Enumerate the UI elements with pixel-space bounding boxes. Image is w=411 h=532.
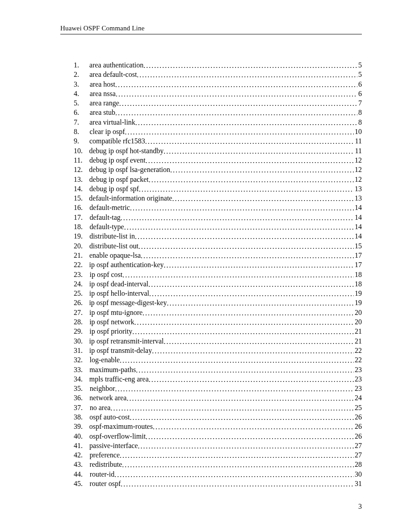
toc-entry-number: 11. (74, 155, 87, 165)
toc-entry-number: 13. (74, 175, 87, 184)
toc-entry-page: 5 (357, 70, 362, 79)
toc-entry-title: ospf-maximum-routes (89, 422, 153, 431)
toc-entry-title: preference (90, 450, 120, 460)
toc-entry: 6.area stub8 (74, 108, 362, 117)
toc-entry-number: 16. (74, 203, 87, 212)
toc-entry-title: area virtual-link (89, 117, 135, 127)
toc-entry: 39.ospf-maximum-routes26 (74, 422, 362, 431)
toc-entry: 45.router ospf31 (74, 479, 362, 488)
toc-entry: 26.ip ospf message-digest-key19 (74, 298, 362, 307)
toc-entry: 17.default-tag14 (74, 213, 362, 222)
toc-entry-title: passive-interface (89, 441, 138, 450)
toc-entry-number: 1. (74, 60, 87, 70)
toc-entry-leader (172, 194, 354, 203)
toc-entry-number: 30. (74, 336, 87, 346)
toc-entry-leader (126, 394, 354, 403)
toc-entry-number: 8. (74, 127, 87, 136)
toc-entry-number: 2. (74, 70, 87, 79)
toc-entry-page: 25 (354, 403, 362, 412)
toc-entry-title: debug ip ospf hot-standby (89, 146, 164, 155)
toc-entry-page: 27 (354, 441, 362, 450)
toc-entry-number: 10. (74, 146, 87, 155)
toc-entry-title: default-metric (89, 203, 130, 212)
toc-entry-leader (116, 89, 357, 99)
toc-entry-leader (164, 337, 354, 346)
toc-entry-page: 30 (354, 469, 362, 479)
toc-entry-page: 21 (354, 336, 362, 346)
toc-entry-title: debug ip ospf packet (89, 175, 149, 184)
toc-entry-title: default-tag (90, 213, 121, 222)
toc-entry-leader (136, 365, 354, 375)
toc-entry: 36.network area24 (74, 393, 362, 402)
toc-entry-title: area default-cost (89, 70, 137, 79)
toc-entry: 3.area host6 (74, 80, 362, 89)
toc-entry: 37.no area25 (74, 403, 362, 412)
toc-entry-number: 4. (74, 89, 87, 98)
toc-entry: 43.redistribute28 (74, 460, 362, 469)
toc-entry-page: 15 (354, 241, 362, 251)
toc-entry-page: 26 (354, 412, 362, 422)
toc-entry-leader (130, 413, 354, 422)
document-page: Huawei OSPF Command Line 1.area authenti… (0, 0, 411, 532)
toc-entry-page: 20 (354, 308, 362, 317)
toc-entry-number: 29. (74, 327, 87, 336)
toc-entry-number: 20. (74, 241, 87, 251)
toc-entry: 21.enable opaque-lsa17 (74, 251, 362, 260)
toc-entry-number: 9. (74, 136, 87, 146)
toc-entry-title: ip ospf transmit-delay (89, 346, 152, 355)
toc-entry-leader (137, 70, 357, 80)
toc-entry-number: 45. (74, 479, 87, 488)
toc-entry: 29.ip ospf priority21 (74, 327, 362, 336)
toc-entry-title: router-id (90, 469, 115, 479)
toc-entry: 14.debug ip ospf spf13 (74, 184, 362, 193)
toc-entry-leader (164, 260, 354, 270)
toc-entry: 33.maximum-paths23 (74, 365, 362, 374)
toc-entry: 4.area nssa6 (74, 89, 362, 98)
toc-entry-leader (114, 470, 354, 479)
toc-entry-page: 23 (354, 374, 362, 384)
toc-entry-title: area nssa (90, 89, 116, 98)
toc-entry-leader (110, 403, 354, 413)
toc-entry-number: 27. (74, 308, 87, 317)
toc-entry-leader (120, 451, 354, 460)
toc-entry-page: 22 (354, 355, 362, 364)
toc-entry: 2.area default-cost5 (74, 70, 362, 79)
toc-entry-title: area host (90, 80, 115, 89)
page-number: 3 (358, 503, 362, 511)
toc-entry-number: 3. (74, 80, 87, 89)
toc-entry: 35.neighbor23 (74, 384, 362, 393)
toc-entry-page: 17 (354, 260, 362, 269)
toc-entry-leader (149, 375, 354, 384)
toc-entry-number: 15. (74, 193, 87, 203)
toc-entry-number: 31. (74, 346, 87, 355)
toc-entry-page: 24 (354, 393, 362, 402)
toc-entry-page: 13 (354, 193, 362, 203)
toc-entry-page: 21 (354, 327, 362, 336)
toc-entry: 13.debug ip ospf packet12 (74, 175, 362, 184)
toc-entry: 18.default-type14 (74, 222, 362, 231)
toc-entry-title: ip ospf priority (89, 327, 132, 336)
toc-entry-leader (130, 203, 354, 213)
toc-entry-number: 44. (74, 469, 87, 479)
toc-entry-title: ip ospf cost (89, 270, 122, 279)
toc-entry: 12.debug ip ospf lsa-generation12 (74, 165, 362, 174)
toc-entry-page: 10 (354, 127, 362, 136)
toc-entry-title: neighbor (90, 384, 115, 393)
toc-entry-title: no area (90, 403, 111, 412)
toc-entry: 19.distribute-list in14 (74, 231, 362, 241)
toc-entry-title: network area (89, 393, 126, 402)
toc-entry-number: 18. (74, 222, 87, 231)
toc-entry: 34.mpls traffic-eng area23 (74, 374, 362, 384)
toc-entry-page: 5 (357, 60, 362, 70)
toc-entry-page: 12 (354, 155, 362, 165)
toc-entry-title: ip ospf retransmit-interval (89, 336, 164, 346)
toc-entry-number: 14. (74, 184, 87, 193)
toc-entry-title: ip ospf message-digest-key (89, 298, 167, 307)
toc-entry-page: 7 (357, 98, 362, 108)
toc-entry-number: 22. (74, 260, 87, 269)
toc-entry-title: area stub (90, 108, 115, 117)
toc-entry-title: ip ospf dead-interval (89, 279, 148, 289)
toc-entry: 22.ip ospf authentication-key17 (74, 260, 362, 269)
toc-entry-page: 11 (354, 136, 362, 146)
toc-entry-number: 43. (74, 460, 87, 469)
